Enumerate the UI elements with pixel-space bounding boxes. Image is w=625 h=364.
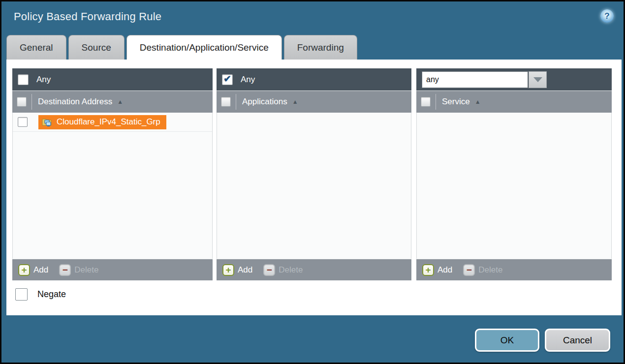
delete-button-label: Delete bbox=[74, 265, 98, 275]
applications-any-checkbox[interactable] bbox=[222, 74, 233, 85]
applications-any-label: Any bbox=[241, 75, 255, 85]
sort-asc-icon[interactable]: ▲ bbox=[117, 98, 123, 105]
tab-source[interactable]: Source bbox=[68, 35, 125, 60]
plus-icon: + bbox=[18, 264, 30, 276]
applications-toolbar: + Add − Delete bbox=[217, 259, 411, 280]
destination-toolbar: + Add − Delete bbox=[12, 259, 213, 280]
address-group-name: Cloudflare_IPv4_Static_Grp bbox=[57, 117, 160, 127]
row-checkbox[interactable] bbox=[18, 117, 28, 127]
help-icon[interactable]: ? bbox=[600, 9, 614, 23]
tab-content: Any Destination Address ▲ bbox=[6, 60, 622, 315]
applications-any-bar: Any bbox=[217, 68, 411, 91]
dialog-title: Policy Based Forwarding Rule bbox=[14, 10, 161, 23]
selected-address-group[interactable]: Cloudflare_IPv4_Static_Grp bbox=[38, 115, 166, 129]
applications-delete-button[interactable]: − Delete bbox=[263, 264, 303, 276]
minus-icon: − bbox=[463, 264, 475, 276]
service-panel: Service ▲ + Add − Delete bbox=[416, 68, 612, 280]
destination-list: Cloudflare_IPv4_Static_Grp bbox=[12, 113, 213, 259]
divider bbox=[436, 94, 436, 110]
dropdown-button[interactable] bbox=[529, 71, 547, 88]
applications-column-header[interactable]: Applications ▲ bbox=[217, 91, 411, 113]
minus-icon: − bbox=[59, 264, 71, 276]
address-group-icon bbox=[42, 117, 53, 127]
sort-asc-icon[interactable]: ▲ bbox=[475, 98, 481, 105]
service-header-label: Service bbox=[442, 97, 470, 107]
applications-header-label: Applications bbox=[242, 97, 287, 107]
service-add-button[interactable]: + Add bbox=[422, 264, 452, 276]
applications-select-all-checkbox[interactable] bbox=[221, 97, 231, 107]
delete-button-label: Delete bbox=[478, 265, 502, 275]
destination-any-label: Any bbox=[36, 75, 51, 85]
service-list bbox=[416, 113, 612, 259]
tab-forwarding[interactable]: Forwarding bbox=[284, 35, 357, 60]
service-column-header[interactable]: Service ▲ bbox=[416, 91, 612, 113]
add-button-label: Add bbox=[438, 265, 452, 275]
negate-option: Negate bbox=[15, 288, 66, 301]
minus-icon: − bbox=[263, 264, 275, 276]
destination-any-checkbox[interactable] bbox=[18, 74, 29, 85]
service-select-all-checkbox[interactable] bbox=[421, 97, 431, 107]
service-mode-dropdown[interactable] bbox=[422, 71, 547, 88]
destination-panel: Any Destination Address ▲ bbox=[12, 68, 213, 280]
add-button-label: Add bbox=[33, 265, 48, 275]
applications-add-button[interactable]: + Add bbox=[222, 264, 252, 276]
tab-destination-application-service[interactable]: Destination/Application/Service bbox=[126, 35, 282, 60]
ok-button[interactable]: OK bbox=[475, 329, 539, 352]
applications-list bbox=[217, 113, 411, 259]
service-mode-bar bbox=[416, 68, 612, 91]
service-delete-button[interactable]: − Delete bbox=[463, 264, 502, 276]
destination-add-button[interactable]: + Add bbox=[18, 264, 48, 276]
destination-any-bar: Any bbox=[12, 68, 213, 91]
negate-checkbox[interactable] bbox=[15, 288, 28, 301]
destination-column-header[interactable]: Destination Address ▲ bbox=[12, 91, 213, 113]
plus-icon: + bbox=[222, 264, 234, 276]
service-mode-input[interactable] bbox=[422, 71, 528, 88]
tab-bar: General Source Destination/Application/S… bbox=[6, 35, 359, 60]
sort-asc-icon[interactable]: ▲ bbox=[292, 98, 298, 105]
table-row[interactable]: Cloudflare_IPv4_Static_Grp bbox=[13, 113, 212, 132]
chevron-down-icon bbox=[533, 77, 542, 82]
destination-header-label: Destination Address bbox=[38, 97, 112, 107]
negate-label: Negate bbox=[37, 289, 66, 300]
tab-general[interactable]: General bbox=[6, 35, 66, 60]
add-button-label: Add bbox=[238, 265, 252, 275]
service-toolbar: + Add − Delete bbox=[416, 259, 612, 280]
destination-select-all-checkbox[interactable] bbox=[17, 97, 27, 107]
divider bbox=[236, 94, 236, 110]
delete-button-label: Delete bbox=[279, 265, 303, 275]
cancel-button[interactable]: Cancel bbox=[545, 329, 610, 352]
policy-based-forwarding-dialog: Policy Based Forwarding Rule ? General S… bbox=[0, 0, 625, 364]
plus-icon: + bbox=[422, 264, 434, 276]
destination-delete-button[interactable]: − Delete bbox=[59, 264, 98, 276]
applications-panel: Any Applications ▲ + Add − Delete bbox=[217, 68, 411, 280]
divider bbox=[31, 94, 32, 110]
